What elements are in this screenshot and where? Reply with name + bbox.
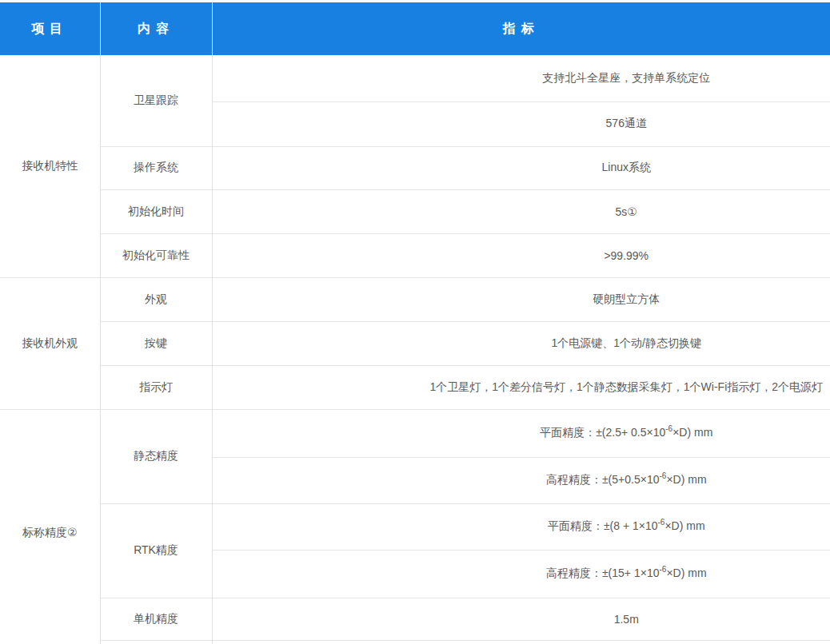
indicator-cell: 平面精度：±(2.5+ 0.5×10-6×D) mm [212,409,830,457]
table-row: 初始化时间 5s① [0,189,830,233]
formula-text: ×D) mm [664,519,704,532]
content-cell-satellite-tracking: 卫星跟踪 [100,55,212,146]
spec-table-viewport: 项目 内容 指标 接收机特性 卫星跟踪 支持北斗全星座，支持单系统定位 576通… [0,0,830,644]
table-row: RTK精度 平面精度：±(8 + 1×10-6×D) mm [0,503,830,550]
content-cell-indicator-lights: 指示灯 [100,365,212,409]
content-cell-init-reliability: 初始化可靠性 [100,233,212,277]
category-cell-nominal-accuracy: 标称精度② [0,409,100,644]
content-cell-init-time: 初始化时间 [100,189,212,233]
indicator-cell: 1.5m [212,598,830,640]
formula-text: 高程精度：±(15+ 1×10 [546,566,660,579]
indicator-cell: 576通道 [212,101,830,146]
formula-text: 平面精度：±(8 + 1×10 [548,519,658,532]
indicator-cell: >99.99% [212,233,830,277]
indicator-cell: 支持北斗全星座，支持单系统定位 [212,55,830,101]
header-item: 项目 [0,2,100,55]
indicator-cell-cutoff [212,640,830,644]
header-content: 内容 [100,2,212,55]
indicator-cell: 高程精度：±(15+ 1×10-6×D) mm [212,550,830,598]
indicator-cell: 硬朗型立方体 [212,277,830,321]
content-cell-static-accuracy: 静态精度 [100,409,212,503]
spec-table-header: 项目 内容 指标 [0,2,830,55]
category-cell-receiver-features: 接收机特性 [0,55,100,277]
table-row: 接收机特性 卫星跟踪 支持北斗全星座，支持单系统定位 [0,55,830,101]
content-cell-standalone-accuracy: 单机精度 [100,598,212,640]
header-indicator: 指标 [212,2,830,55]
formula-text: 高程精度：±(5+0.5×10 [546,473,660,486]
formula-text: ×D) mm [672,426,712,439]
spec-table: 项目 内容 指标 接收机特性 卫星跟踪 支持北斗全星座，支持单系统定位 576通… [0,2,830,644]
table-row: 初始化可靠性 >99.99% [0,233,830,277]
table-row: 操作系统 Linux系统 [0,146,830,189]
indicator-cell: 1个电源键、1个动/静态切换键 [212,321,830,365]
table-row: 标称精度② 静态精度 平面精度：±(2.5+ 0.5×10-6×D) mm [0,409,830,457]
indicator-cell: Linux系统 [212,146,830,189]
formula-text: ×D) mm [666,566,706,579]
superscript: -6 [665,424,672,433]
content-cell-os: 操作系统 [100,146,212,189]
table-row: 按键 1个电源键、1个动/静态切换键 [0,321,830,365]
indicator-cell: 1个卫星灯，1个差分信号灯，1个静态数据采集灯，1个Wi-Fi指示灯，2个电源灯 [212,365,830,409]
table-row: 接收机外观 外观 硬朗型立方体 [0,277,830,321]
table-row-cutoff [0,640,830,644]
indicator-cell: 平面精度：±(8 + 1×10-6×D) mm [212,503,830,550]
category-cell-receiver-appearance: 接收机外观 [0,277,100,409]
table-row: 指示灯 1个卫星灯，1个差分信号灯，1个静态数据采集灯，1个Wi-Fi指示灯，2… [0,365,830,409]
indicator-cell: 5s① [212,189,830,233]
content-cell-cutoff [100,640,212,644]
indicator-cell: 高程精度：±(5+0.5×10-6×D) mm [212,457,830,503]
header-row: 项目 内容 指标 [0,2,830,55]
formula-text: ×D) mm [666,473,706,486]
content-cell-rtk-accuracy: RTK精度 [100,503,212,598]
content-cell-appearance: 外观 [100,277,212,321]
formula-text: 平面精度：±(2.5+ 0.5×10 [540,426,665,439]
content-cell-buttons: 按键 [100,321,212,365]
table-row: 单机精度 1.5m [0,598,830,640]
